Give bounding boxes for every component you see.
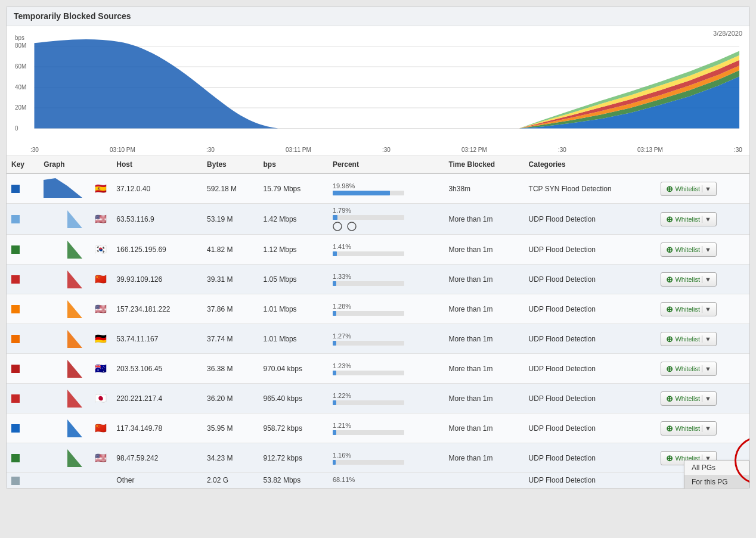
bytes-cell: 592.18 M <box>202 173 258 204</box>
action-cell[interactable]: ⊕Whitelist▼ <box>656 413 749 443</box>
bytes-cell: 35.95 M <box>202 413 258 443</box>
category-cell: UDP Flood Detection <box>524 235 656 265</box>
flag-cell: 🇨🇳 <box>90 413 111 443</box>
action-cell[interactable]: ⊕Whitelist▼ <box>656 235 749 265</box>
bps-cell: 1.42 Mbps <box>259 204 328 235</box>
bytes-cell: 37.74 M <box>202 324 258 354</box>
action-cell[interactable]: ⊕Whitelist▼ <box>656 384 749 413</box>
table-row: 🇩🇪53.74.11.16737.74 M1.01 Mbps1.27%More … <box>7 324 749 354</box>
key-color-box <box>11 394 20 403</box>
whitelist-label: Whitelist <box>675 306 700 313</box>
table-row: 🇰🇷166.125.195.6941.82 M1.12 Mbps1.41%Mor… <box>7 235 749 265</box>
time-blocked-cell: 3h38m <box>444 173 523 204</box>
flag-cell: 🇰🇷 <box>90 235 111 265</box>
whitelist-button[interactable]: ⊕Whitelist▼ <box>661 272 716 287</box>
mini-graph <box>44 357 85 378</box>
percent-cell: 68.11% <box>328 473 444 489</box>
whitelist-button[interactable]: ⊕Whitelist▼ <box>661 421 716 436</box>
action-cell[interactable]: ⊕Whitelist▼ <box>656 294 749 324</box>
plus-icon: ⊕ <box>666 394 673 403</box>
mini-graph <box>44 446 85 468</box>
whitelist-dropdown-menu: All PGsFor this PG <box>684 460 749 489</box>
dropdown-arrow-icon[interactable]: ▼ <box>702 306 711 313</box>
whitelist-button[interactable]: ⊕Whitelist▼ <box>661 391 716 406</box>
time-blocked-cell: More than 1m <box>444 294 523 324</box>
whitelist-button[interactable]: ⊕Whitelist▼ <box>661 302 716 316</box>
dropdown-item[interactable]: All PGs <box>684 461 749 475</box>
key-color-box <box>11 477 20 485</box>
dropdown-arrow-icon[interactable]: ▼ <box>702 185 711 192</box>
mini-graph <box>44 207 85 229</box>
whitelist-label: Whitelist <box>675 216 700 223</box>
whitelist-button[interactable]: ⊕Whitelist▼ <box>661 362 716 376</box>
category-cell: UDP Flood Detection <box>524 413 656 443</box>
table-row: 🇦🇺203.53.106.4536.38 M970.04 kbps1.23%Mo… <box>7 354 749 384</box>
whitelist-label: Whitelist <box>675 276 700 283</box>
action-cell[interactable]: ⊕Whitelist▼ <box>656 324 749 354</box>
dropdown-arrow-icon[interactable]: ▼ <box>702 365 711 372</box>
time-label-5: :30 <box>382 147 391 153</box>
time-blocked-cell <box>444 473 523 489</box>
dropdown-arrow-icon[interactable]: ▼ <box>702 276 711 283</box>
category-cell: UDP Flood Detection <box>524 443 656 473</box>
category-cell: UDP Flood Detection <box>524 354 656 384</box>
table-row: 🇺🇸98.47.59.24234.23 M912.72 kbps1.16%Mor… <box>7 443 749 473</box>
dropdown-arrow-icon[interactable]: ▼ <box>702 335 711 343</box>
key-cell <box>7 473 39 489</box>
key-cell <box>7 324 39 354</box>
plus-icon: ⊕ <box>666 214 673 224</box>
bps-cell: 965.40 kbps <box>259 384 328 413</box>
dropdown-arrow-icon[interactable]: ▼ <box>702 425 711 432</box>
mini-graph <box>44 238 85 259</box>
plus-icon: ⊕ <box>666 334 673 344</box>
table-row: 🇨🇳39.93.109.12639.31 M1.05 Mbps1.33%More… <box>7 265 749 294</box>
key-cell <box>7 294 39 324</box>
dropdown-arrow-icon[interactable]: ▼ <box>702 395 711 402</box>
dropdown-arrow-icon[interactable]: ▼ <box>702 216 711 223</box>
action-cell[interactable]: ⊕Whitelist▼All PGsFor this PG <box>656 443 749 473</box>
key-cell <box>7 384 39 413</box>
percent-cell: 1.23% <box>328 354 444 384</box>
percent-cell: 1.21% <box>328 413 444 443</box>
percent-cell: 1.41% <box>328 235 444 265</box>
svg-point-6 <box>348 222 356 231</box>
action-cell[interactable]: ⊕Whitelist▼ <box>656 173 749 204</box>
dropdown-arrow-icon[interactable]: ▼ <box>702 246 711 253</box>
graph-cell <box>39 473 90 489</box>
y-label-0: 0 <box>15 125 18 132</box>
key-color-box <box>11 305 20 313</box>
category-cell: UDP Flood Detection <box>524 204 656 235</box>
bytes-cell: 39.31 M <box>202 265 258 294</box>
whitelist-button[interactable]: ⊕Whitelist▼ <box>661 332 716 346</box>
key-cell <box>7 413 39 443</box>
time-label-2: 03:10 PM <box>110 147 135 153</box>
bps-cell: 970.04 kbps <box>259 354 328 384</box>
percent-cell: 19.98% <box>328 173 444 204</box>
host-cell: 203.53.106.45 <box>111 354 202 384</box>
table-row: 🇺🇸63.53.116.953.19 M1.42 Mbps1.79%More t… <box>7 204 749 235</box>
action-cell[interactable]: ⊕Whitelist▼ <box>656 354 749 384</box>
time-label-1: :30 <box>30 147 39 153</box>
plus-icon: ⊕ <box>666 275 673 284</box>
time-label-9: :30 <box>734 147 742 153</box>
time-blocked-cell: More than 1m <box>444 413 523 443</box>
dropdown-item[interactable]: For this PG <box>684 475 749 489</box>
col-bps: bps <box>259 156 328 173</box>
whitelist-button[interactable]: ⊕Whitelist▼ <box>661 182 716 196</box>
mini-graph <box>44 387 85 408</box>
whitelist-label: Whitelist <box>675 246 700 253</box>
graph-cell <box>39 265 90 294</box>
whitelist-button[interactable]: ⊕Whitelist▼ <box>661 242 716 257</box>
graph-cell <box>39 204 90 235</box>
time-blocked-cell: More than 1m <box>444 354 523 384</box>
bytes-cell: 34.23 M <box>202 443 258 473</box>
host-cell: 53.74.11.167 <box>111 324 202 354</box>
table-header-row: Key Graph Host Bytes bps Percent Time Bl… <box>7 156 749 173</box>
y-label-bps: bps <box>15 35 24 41</box>
whitelist-label: Whitelist <box>675 335 700 343</box>
action-cell[interactable]: ⊕Whitelist▼ <box>656 204 749 235</box>
whitelist-button[interactable]: ⊕Whitelist▼ <box>661 212 716 226</box>
host-cell: 220.221.217.4 <box>111 384 202 413</box>
action-cell[interactable]: ⊕Whitelist▼ <box>656 265 749 294</box>
bps-cell: 1.01 Mbps <box>259 294 328 324</box>
